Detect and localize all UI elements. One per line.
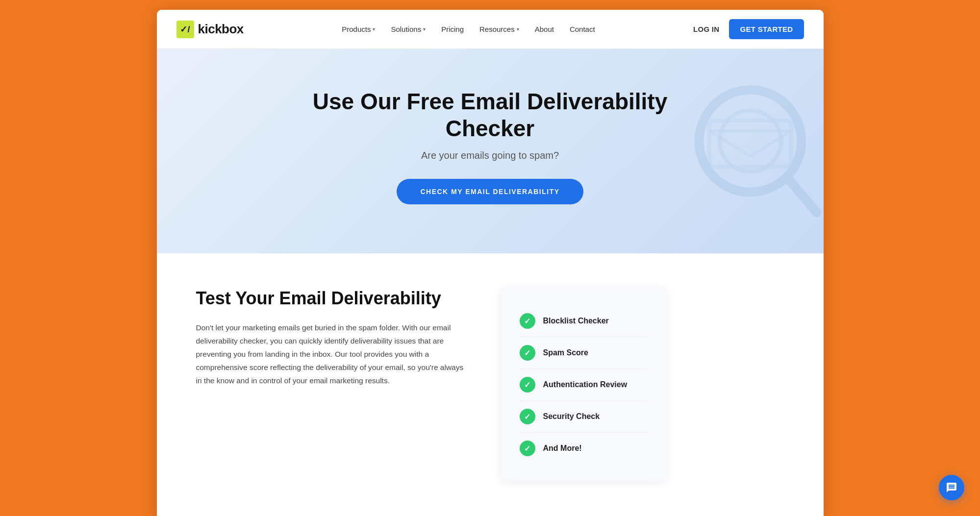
hero-bg-graphic xyxy=(652,49,824,253)
list-item: Spam Score xyxy=(520,337,647,369)
nav-actions: LOG IN GET STARTED xyxy=(693,19,804,39)
svg-line-1 xyxy=(788,179,816,213)
chevron-down-icon: ▾ xyxy=(517,26,519,32)
get-started-button[interactable]: GET STARTED xyxy=(729,19,804,39)
logo[interactable]: ✓/ kickbox xyxy=(176,21,244,38)
list-item: Security Check xyxy=(520,401,647,433)
features-section: Test Your Email Deliverability Don't let… xyxy=(157,253,824,516)
list-item: Authentication Review xyxy=(520,369,647,401)
nav-pricing[interactable]: Pricing xyxy=(441,25,464,33)
chevron-down-icon: ▾ xyxy=(373,26,375,32)
nav-products[interactable]: Products ▾ xyxy=(342,25,375,33)
logo-icon: ✓/ xyxy=(176,21,194,38)
browser-window: ✓/ kickbox Products ▾ Solutions ▾ Pricin… xyxy=(157,10,824,516)
feature-label: And More! xyxy=(543,444,582,453)
check-icon xyxy=(520,377,535,393)
nav-solutions[interactable]: Solutions ▾ xyxy=(391,25,426,33)
login-button[interactable]: LOG IN xyxy=(693,25,719,33)
navbar: ✓/ kickbox Products ▾ Solutions ▾ Pricin… xyxy=(157,10,824,49)
check-icon xyxy=(520,441,535,456)
feature-label: Security Check xyxy=(543,412,600,421)
check-icon xyxy=(520,313,535,329)
features-left: Test Your Email Deliverability Don't let… xyxy=(196,288,471,387)
nav-resources[interactable]: Resources ▾ xyxy=(479,25,519,33)
logo-text: kickbox xyxy=(198,22,244,37)
cta-button[interactable]: CHECK MY EMAIL DELIVERABILITY xyxy=(397,179,583,204)
hero-section: Use Our Free Email Deliverability Checke… xyxy=(157,49,824,253)
features-checklist-card: Blocklist Checker Spam Score Authenticat… xyxy=(500,288,667,482)
nav-about[interactable]: About xyxy=(535,25,554,33)
list-item: Blocklist Checker xyxy=(520,305,647,337)
feature-label: Spam Score xyxy=(543,348,588,357)
chevron-down-icon: ▾ xyxy=(423,26,426,32)
features-description: Don't let your marketing emails get buri… xyxy=(196,321,471,388)
features-heading: Test Your Email Deliverability xyxy=(196,288,471,309)
feature-label: Blocklist Checker xyxy=(543,317,609,325)
chat-button[interactable] xyxy=(939,475,964,500)
feature-label: Authentication Review xyxy=(543,380,628,389)
nav-links: Products ▾ Solutions ▾ Pricing Resources… xyxy=(342,25,595,33)
check-icon xyxy=(520,409,535,424)
check-icon xyxy=(520,345,535,361)
list-item: And More! xyxy=(520,433,647,464)
hero-title: Use Our Free Email Deliverability Checke… xyxy=(294,88,686,142)
nav-contact[interactable]: Contact xyxy=(570,25,595,33)
hero-subtitle: Are your emails going to spam? xyxy=(421,150,559,161)
